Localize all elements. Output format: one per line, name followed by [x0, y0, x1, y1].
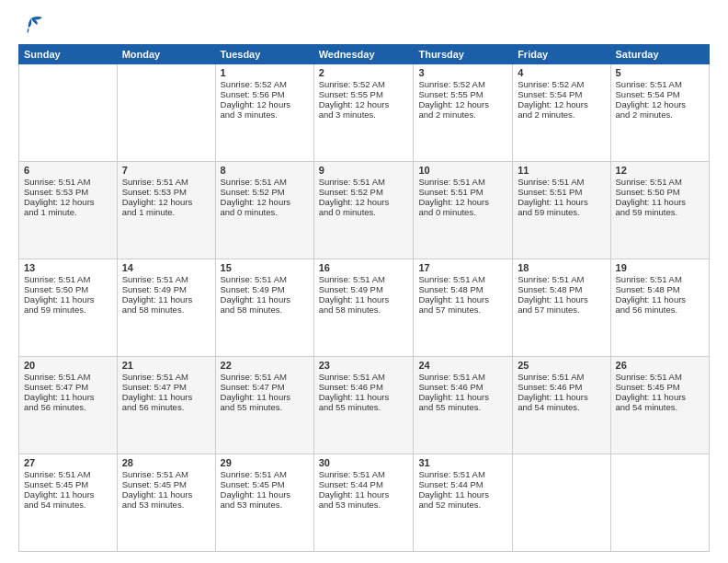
- day-number: 9: [319, 165, 409, 176]
- day-info-line: and 53 minutes.: [122, 500, 210, 510]
- day-info-line: Daylight: 11 hours: [24, 489, 112, 500]
- day-info-line: Daylight: 12 hours: [518, 99, 605, 109]
- day-info-line: and 54 minutes.: [24, 500, 112, 510]
- day-info-line: Daylight: 11 hours: [221, 294, 309, 304]
- day-cell: 15Sunrise: 5:51 AMSunset: 5:49 PMDayligh…: [215, 259, 313, 357]
- day-cell: 16Sunrise: 5:51 AMSunset: 5:49 PMDayligh…: [313, 259, 414, 357]
- day-number: 25: [518, 360, 605, 371]
- day-info-line: Sunrise: 5:51 AM: [319, 372, 409, 382]
- day-info-line: Sunrise: 5:51 AM: [24, 469, 112, 479]
- day-info-line: Daylight: 12 hours: [616, 99, 704, 109]
- day-info-line: Sunset: 5:50 PM: [24, 284, 112, 294]
- day-info-line: Sunset: 5:49 PM: [122, 284, 210, 294]
- day-cell: 27Sunrise: 5:51 AMSunset: 5:45 PMDayligh…: [19, 454, 118, 552]
- day-info-line: Daylight: 12 hours: [418, 99, 507, 109]
- day-info-line: Sunrise: 5:51 AM: [221, 469, 309, 479]
- day-cell: 17Sunrise: 5:51 AMSunset: 5:48 PMDayligh…: [414, 259, 513, 357]
- day-number: 14: [122, 262, 210, 273]
- day-cell: [610, 454, 709, 552]
- day-info-line: and 0 minutes.: [418, 207, 507, 217]
- day-info-line: and 57 minutes.: [418, 304, 507, 315]
- day-info-line: and 1 minute.: [24, 207, 112, 217]
- day-info-line: Daylight: 11 hours: [418, 294, 507, 304]
- week-row-3: 13Sunrise: 5:51 AMSunset: 5:50 PMDayligh…: [19, 259, 710, 357]
- day-info-line: Sunset: 5:52 PM: [221, 187, 309, 197]
- day-number: 15: [221, 262, 309, 273]
- day-info-line: Sunrise: 5:52 AM: [221, 79, 309, 89]
- day-header-friday: Friday: [513, 45, 610, 64]
- day-info-line: Daylight: 11 hours: [616, 392, 704, 402]
- day-info-line: Sunset: 5:49 PM: [221, 284, 309, 294]
- day-info-line: and 0 minutes.: [319, 207, 409, 217]
- day-number: 29: [221, 457, 309, 468]
- day-number: 30: [319, 457, 409, 468]
- day-info-line: Sunset: 5:47 PM: [24, 382, 112, 392]
- day-info-line: Sunset: 5:51 PM: [418, 187, 507, 197]
- day-number: 28: [122, 457, 210, 468]
- day-info-line: Sunrise: 5:51 AM: [418, 372, 507, 382]
- day-info-line: Sunset: 5:45 PM: [122, 479, 210, 489]
- day-cell: [19, 64, 118, 162]
- day-info-line: Sunset: 5:45 PM: [616, 382, 704, 392]
- day-info-line: Daylight: 11 hours: [221, 392, 309, 402]
- day-cell: 14Sunrise: 5:51 AMSunset: 5:49 PMDayligh…: [117, 259, 215, 357]
- day-cell: 7Sunrise: 5:51 AMSunset: 5:53 PMDaylight…: [117, 162, 215, 259]
- day-info-line: Sunset: 5:44 PM: [319, 479, 409, 489]
- day-info-line: Sunrise: 5:52 AM: [418, 79, 507, 89]
- day-info-line: Sunrise: 5:51 AM: [518, 274, 605, 284]
- day-info-line: Sunset: 5:45 PM: [221, 479, 309, 489]
- day-number: 11: [518, 165, 605, 176]
- day-info-line: Daylight: 11 hours: [518, 294, 605, 304]
- day-info-line: Sunset: 5:44 PM: [418, 479, 507, 489]
- day-info-line: Daylight: 12 hours: [24, 197, 112, 207]
- day-info-line: Sunset: 5:52 PM: [319, 187, 409, 197]
- day-info-line: Sunset: 5:53 PM: [24, 187, 112, 197]
- day-info-line: and 56 minutes.: [122, 402, 210, 412]
- day-cell: 19Sunrise: 5:51 AMSunset: 5:48 PMDayligh…: [610, 259, 709, 357]
- day-info-line: Sunrise: 5:51 AM: [616, 372, 704, 382]
- day-info-line: Sunrise: 5:51 AM: [122, 469, 210, 479]
- day-info-line: Sunrise: 5:51 AM: [616, 274, 704, 284]
- day-info-line: and 59 minutes.: [616, 207, 704, 217]
- day-number: 21: [122, 360, 210, 371]
- day-info-line: and 53 minutes.: [319, 500, 409, 510]
- day-cell: [513, 454, 610, 552]
- day-number: 16: [319, 262, 409, 273]
- day-cell: 8Sunrise: 5:51 AMSunset: 5:52 PMDaylight…: [215, 162, 313, 259]
- day-info-line: Sunrise: 5:51 AM: [221, 274, 309, 284]
- day-info-line: and 54 minutes.: [616, 402, 704, 412]
- day-cell: 22Sunrise: 5:51 AMSunset: 5:47 PMDayligh…: [215, 357, 313, 454]
- day-cell: 4Sunrise: 5:52 AMSunset: 5:54 PMDaylight…: [513, 64, 610, 162]
- day-cell: 26Sunrise: 5:51 AMSunset: 5:45 PMDayligh…: [610, 357, 709, 454]
- day-info-line: and 2 minutes.: [418, 109, 507, 120]
- day-number: 5: [616, 67, 704, 78]
- day-info-line: Sunset: 5:48 PM: [418, 284, 507, 294]
- day-info-line: Daylight: 11 hours: [319, 489, 409, 500]
- week-row-5: 27Sunrise: 5:51 AMSunset: 5:45 PMDayligh…: [19, 454, 710, 552]
- day-info-line: Daylight: 12 hours: [319, 99, 409, 109]
- day-info-line: Sunrise: 5:51 AM: [319, 274, 409, 284]
- day-info-line: and 59 minutes.: [518, 207, 605, 217]
- day-info-line: and 2 minutes.: [518, 109, 605, 120]
- day-info-line: Sunset: 5:48 PM: [518, 284, 605, 294]
- day-info-line: Daylight: 11 hours: [24, 392, 112, 402]
- day-info-line: Daylight: 11 hours: [122, 294, 210, 304]
- calendar-table: SundayMondayTuesdayWednesdayThursdayFrid…: [18, 44, 710, 552]
- day-info-line: Sunset: 5:53 PM: [122, 187, 210, 197]
- day-number: 22: [221, 360, 309, 371]
- day-info-line: Sunrise: 5:51 AM: [319, 177, 409, 187]
- day-info-line: Daylight: 11 hours: [518, 197, 605, 207]
- day-info-line: Daylight: 12 hours: [221, 197, 309, 207]
- day-info-line: Sunrise: 5:52 AM: [518, 79, 605, 89]
- day-info-line: Sunset: 5:49 PM: [319, 284, 409, 294]
- day-cell: 1Sunrise: 5:52 AMSunset: 5:56 PMDaylight…: [215, 64, 313, 162]
- day-info-line: Sunrise: 5:51 AM: [319, 469, 409, 479]
- day-cell: [117, 64, 215, 162]
- week-row-1: 1Sunrise: 5:52 AMSunset: 5:56 PMDaylight…: [19, 64, 710, 162]
- day-info-line: Daylight: 12 hours: [418, 197, 507, 207]
- day-info-line: Daylight: 11 hours: [418, 392, 507, 402]
- day-cell: 13Sunrise: 5:51 AMSunset: 5:50 PMDayligh…: [19, 259, 118, 357]
- day-info-line: Sunset: 5:46 PM: [518, 382, 605, 392]
- day-info-line: Sunset: 5:54 PM: [518, 89, 605, 99]
- day-cell: 3Sunrise: 5:52 AMSunset: 5:55 PMDaylight…: [414, 64, 513, 162]
